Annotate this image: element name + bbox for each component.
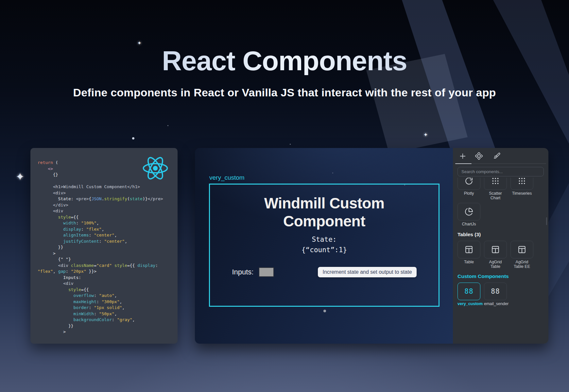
tab-insert[interactable] — [459, 152, 467, 160]
custom-components-labels: very_custom email_sender — [457, 302, 544, 306]
inputs-row: Inputs: Increment state and set output t… — [210, 267, 439, 277]
card-label: Timeseries — [510, 191, 533, 200]
card-aggrid-table-ee[interactable] — [510, 241, 533, 258]
custom-component-icon: 88 — [491, 287, 500, 295]
selected-component-label: very_custom — [209, 174, 245, 181]
plotly-icon — [465, 178, 473, 185]
code-line: backgroundColor: "gray", — [38, 317, 178, 323]
code-line: }} — [38, 323, 178, 329]
card-very-custom[interactable]: 88 — [457, 283, 480, 300]
app-editor-window: very_custom Windmill Custom Component St… — [195, 148, 548, 344]
card-aggrid-table[interactable] — [484, 241, 507, 258]
react-logo-icon — [142, 155, 169, 182]
card-label: Scatter Chart — [484, 191, 507, 200]
card-chartjs[interactable] — [457, 203, 480, 220]
active-tab-indicator — [455, 163, 472, 164]
table-icon — [491, 245, 500, 254]
code-line: <div> — [38, 190, 178, 196]
code-line: {" "} — [38, 256, 178, 263]
plus-icon — [459, 152, 467, 160]
sparkle-icon: ✦ — [423, 132, 428, 138]
custom-component-icon: 88 — [464, 287, 473, 295]
star-dot — [404, 185, 405, 186]
card-label: very_custom — [457, 302, 480, 306]
table-icon — [465, 245, 473, 254]
component-state: State: {“count”:1} — [210, 234, 439, 255]
timeseries-icon — [518, 178, 526, 185]
code-line: Inputs: — [38, 275, 178, 281]
scatter-chart-icon — [491, 178, 500, 185]
custom-component-selection[interactable]: Windmill Custom Component State: {“count… — [209, 184, 440, 307]
card-label: AgGrid Table EE — [510, 260, 533, 269]
sidebar-scrollbar[interactable] — [546, 217, 547, 225]
custom-components-heading: Custom Components — [457, 273, 544, 279]
search-input[interactable] — [457, 167, 544, 176]
resize-handle[interactable] — [323, 310, 326, 312]
code-line: overflow: "auto", — [38, 293, 178, 299]
card-label: Plotly — [457, 191, 480, 200]
card-timeseries[interactable] — [510, 178, 533, 190]
paintbrush-icon — [493, 152, 501, 160]
card-plotly[interactable] — [457, 178, 480, 190]
code-line: </div> — [38, 202, 178, 208]
tab-components[interactable] — [475, 152, 483, 160]
code-line: <h1>Windmill Custom Component</h1> — [38, 184, 178, 190]
hero: React Components Define components in Re… — [0, 0, 569, 99]
card-label: AgGrid Table — [484, 260, 507, 269]
app-canvas[interactable]: very_custom Windmill Custom Component St… — [195, 148, 453, 344]
sidebar-content: Plotly Scatter Chart Timeseries ChartJs … — [453, 178, 548, 306]
code-line: maxHeight: "300px", — [38, 299, 178, 305]
chartjs-labels: ChartJs — [457, 222, 544, 226]
sidebar-tabs — [453, 148, 548, 164]
card-email-sender[interactable]: 88 — [484, 283, 507, 300]
code-line: minWidth: "50px", — [38, 311, 178, 317]
card-label: ChartJs — [457, 222, 480, 226]
page-title: React Components — [0, 46, 569, 75]
table-icon — [518, 245, 526, 254]
charts-row-clipped — [457, 178, 544, 190]
card-scatter-chart[interactable] — [484, 178, 507, 190]
component-sidebar: Plotly Scatter Chart Timeseries ChartJs … — [453, 148, 548, 344]
search-wrap — [457, 167, 544, 176]
sparkle-icon: ✦ — [16, 172, 25, 182]
page: { "hero": { "title": "React Components",… — [0, 0, 569, 392]
code-line: width: "100%", — [38, 220, 178, 226]
charts-labels: Plotly Scatter Chart Timeseries — [457, 191, 544, 200]
code-line: style={{ — [38, 287, 178, 293]
page-subtitle: Define components in React or Vanilla JS… — [0, 86, 569, 99]
code-block: return ( <> {} <h1>Windmill Custom Compo… — [38, 160, 178, 335]
code-line: <div — [38, 281, 178, 287]
state-value: {“count”:1} — [210, 245, 439, 255]
code-line: style={{ — [38, 214, 178, 220]
code-line: alignItems: "center", — [38, 232, 178, 238]
tables-labels: Table AgGrid Table AgGrid Table EE — [457, 260, 544, 269]
card-table[interactable] — [457, 241, 480, 258]
star-dot — [290, 144, 291, 145]
star-dot — [332, 172, 333, 173]
code-line: display: "flex", — [38, 226, 178, 233]
card-label: Table — [457, 260, 480, 269]
tab-styling[interactable] — [493, 152, 501, 160]
code-line: <div className="card" style={{ display: — [38, 263, 178, 269]
code-line: <div — [38, 208, 178, 214]
tables-row — [457, 241, 544, 258]
code-line: }} — [38, 244, 178, 251]
pie-chart-icon — [465, 207, 473, 216]
star-dot — [132, 137, 134, 139]
component-title: Windmill Custom Component — [248, 194, 401, 230]
code-editor-panel: return ( <> {} <h1>Windmill Custom Compo… — [30, 148, 178, 344]
state-label: State: — [210, 234, 439, 245]
code-line: justifyContent: "center", — [38, 238, 178, 245]
code-line: > — [38, 251, 178, 257]
card-label: email_sender — [484, 302, 507, 306]
code-line: "flex", gap: "20px" }}> — [38, 269, 178, 275]
tables-section-heading: Tables (3) — [457, 232, 544, 237]
inputs-label: Inputs: — [232, 268, 253, 276]
component-icon — [475, 152, 483, 160]
increment-state-button[interactable]: Increment state and set output to state — [318, 267, 416, 277]
code-line: State: <pre>{JSON.stringify(state)}</pre… — [38, 196, 178, 202]
code-line: > — [38, 329, 178, 335]
star-dot — [167, 125, 168, 126]
inputs-value-box[interactable] — [259, 267, 274, 277]
code-line: border: "1px solid", — [38, 305, 178, 311]
